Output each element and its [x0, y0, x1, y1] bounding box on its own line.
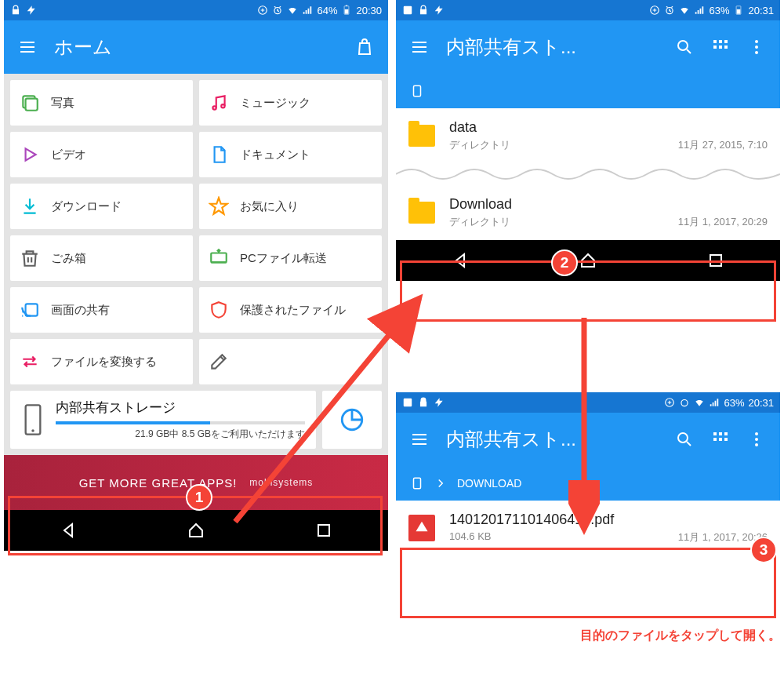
menu-icon[interactable] — [18, 38, 37, 56]
clock-text: 20:30 — [356, 5, 382, 16]
svg-rect-4 — [346, 5, 347, 6]
appbar-title: 内部共有スト... — [446, 427, 658, 452]
alarm-icon — [679, 397, 690, 408]
bolt-icon — [26, 5, 37, 16]
phone-icon — [410, 84, 424, 98]
bolt-icon — [434, 5, 445, 16]
breadcrumb[interactable] — [396, 74, 780, 108]
appbar-title: ホーム — [54, 35, 338, 60]
tile-share-screen[interactable]: 画面の共有 — [10, 287, 193, 333]
svg-point-28 — [681, 400, 688, 406]
appbar-list: 内部共有スト... — [396, 20, 780, 74]
svg-point-31 — [755, 438, 758, 441]
signal-icon — [302, 5, 313, 16]
tile-convert[interactable]: ファイルを変換する — [10, 339, 193, 384]
tile-download[interactable]: ダウンロード — [10, 184, 193, 229]
signal-icon — [709, 397, 720, 408]
svg-point-7 — [212, 106, 216, 109]
svg-point-8 — [221, 104, 224, 107]
home-icon[interactable] — [579, 251, 597, 270]
svg-point-12 — [31, 429, 34, 432]
cut-indicator — [396, 163, 780, 185]
wifi-icon — [679, 5, 690, 16]
banner-text: GET MORE GREAT APPS! — [79, 476, 238, 490]
svg-point-21 — [755, 40, 758, 43]
folder-row-download[interactable]: Download ディレクトリ11月 1, 2017, 20:29 — [396, 185, 780, 240]
more-icon[interactable] — [747, 38, 766, 56]
grid-view-icon[interactable] — [711, 430, 730, 449]
svg-point-20 — [678, 41, 688, 50]
plus-circle-icon — [649, 5, 660, 16]
svg-point-23 — [755, 51, 758, 54]
tile-photos[interactable]: 写真 — [10, 80, 193, 126]
status-bar: 64% 20:30 — [4, 0, 388, 20]
badge-1: 1 — [186, 484, 212, 511]
breadcrumb-label: DOWNLOAD — [457, 477, 521, 490]
plus-circle-icon — [257, 5, 268, 16]
image-icon — [402, 5, 413, 16]
badge-2: 2 — [551, 249, 578, 276]
more-icon[interactable] — [747, 430, 766, 449]
search-icon[interactable] — [675, 38, 694, 56]
home-icon[interactable] — [187, 521, 205, 540]
svg-rect-24 — [414, 86, 421, 97]
tile-trash[interactable]: ごみ箱 — [10, 235, 193, 281]
tile-video[interactable]: ビデオ — [10, 132, 193, 177]
battery-icon — [733, 5, 744, 16]
folder-icon — [408, 202, 435, 224]
folder-icon — [408, 125, 435, 147]
status-bar: 63% 20:31 — [396, 0, 780, 20]
instruction-text: 目的のファイルをタップして開く。 — [580, 628, 781, 644]
svg-rect-9 — [211, 253, 227, 263]
wifi-icon — [287, 5, 298, 16]
bag-icon[interactable] — [355, 38, 374, 56]
svg-rect-3 — [345, 9, 349, 14]
svg-rect-15 — [404, 6, 412, 15]
svg-rect-6 — [26, 99, 38, 111]
battery-text: 64% — [317, 5, 337, 16]
lock-icon — [418, 5, 429, 16]
tile-music[interactable]: ミュージック — [199, 80, 382, 126]
appbar-home: ホーム — [4, 20, 388, 74]
lock-icon — [10, 5, 21, 16]
plus-circle-icon — [664, 397, 675, 408]
back-icon[interactable] — [59, 521, 78, 540]
svg-rect-19 — [737, 9, 741, 14]
svg-point-22 — [755, 46, 758, 49]
appbar-title: 内部共有スト... — [446, 35, 658, 60]
grid-view-icon[interactable] — [711, 38, 730, 56]
tile-favorite[interactable]: お気に入り — [199, 184, 382, 229]
recent-icon[interactable] — [706, 251, 725, 270]
svg-rect-25 — [710, 255, 721, 266]
nav-bar — [396, 240, 780, 281]
alarm-icon — [272, 5, 283, 16]
alarm-icon — [664, 5, 675, 16]
phone-icon — [21, 403, 45, 436]
signal-icon — [694, 5, 705, 16]
back-icon[interactable] — [451, 251, 470, 270]
arrow-2-to-3 — [568, 314, 600, 541]
arrow-1-to-2 — [220, 282, 439, 534]
tile-document[interactable]: ドキュメント — [199, 132, 382, 177]
menu-icon[interactable] — [410, 38, 429, 56]
badge-3: 3 — [750, 537, 777, 563]
svg-point-29 — [678, 433, 688, 442]
battery-icon — [341, 5, 352, 16]
svg-point-30 — [755, 432, 758, 435]
tile-pc-transfer[interactable]: PCファイル転送 — [199, 235, 382, 281]
svg-line-34 — [235, 298, 419, 522]
search-icon[interactable] — [675, 430, 694, 449]
svg-point-32 — [755, 443, 758, 446]
wifi-icon — [694, 397, 705, 408]
folder-row-data[interactable]: data ディレクトリ11月 27, 2015, 7:10 — [396, 108, 780, 163]
